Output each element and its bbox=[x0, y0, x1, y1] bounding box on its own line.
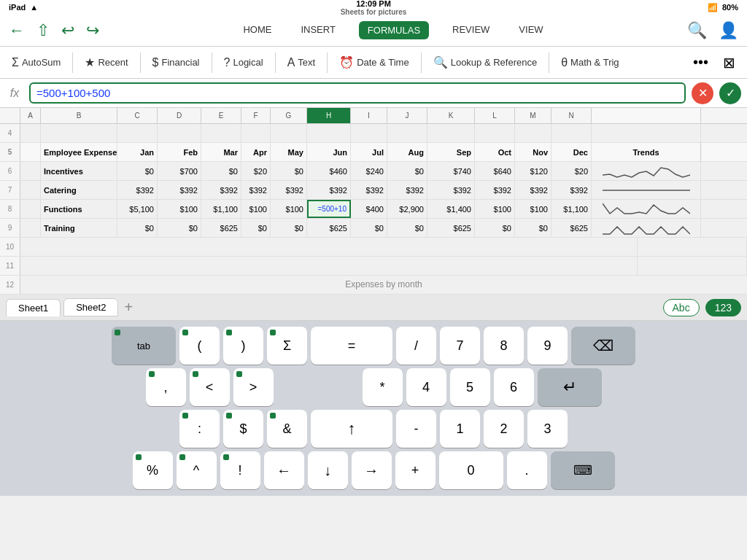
return-key[interactable]: ↵ bbox=[538, 368, 602, 406]
cell-n7[interactable]: $392 bbox=[551, 181, 592, 199]
cell-e9[interactable]: $625 bbox=[201, 219, 241, 237]
cell-a5[interactable] bbox=[20, 143, 41, 161]
cell-i8[interactable]: $400 bbox=[351, 200, 387, 218]
minus-key[interactable]: - bbox=[396, 410, 436, 448]
col-l[interactable]: L bbox=[475, 108, 515, 123]
tab-home[interactable]: HOME bbox=[237, 21, 277, 39]
cell-m7[interactable]: $392 bbox=[515, 181, 551, 199]
cell-n4[interactable] bbox=[551, 124, 592, 142]
cell-j5[interactable]: Aug bbox=[387, 143, 427, 161]
tab-view[interactable]: VIEW bbox=[513, 21, 549, 39]
numeric-mode-button[interactable]: 123 bbox=[705, 299, 741, 316]
three-key[interactable]: 3 bbox=[527, 410, 568, 448]
math-trig-button[interactable]: θ Math & Trig bbox=[555, 53, 624, 72]
back-icon[interactable]: ← bbox=[9, 21, 25, 40]
redo-icon[interactable]: ↪ bbox=[86, 21, 99, 40]
tab-review[interactable]: REVIEW bbox=[446, 21, 495, 39]
cell-b7[interactable]: Catering bbox=[41, 181, 117, 199]
less-than-key[interactable]: < bbox=[190, 368, 230, 406]
col-g[interactable]: G bbox=[271, 108, 307, 123]
undo-icon[interactable]: ↩ bbox=[61, 21, 74, 40]
cell-f9[interactable]: $0 bbox=[241, 219, 271, 237]
cell-i7[interactable]: $392 bbox=[351, 181, 387, 199]
cell-l9[interactable]: $0 bbox=[475, 219, 515, 237]
cell-c4[interactable] bbox=[117, 124, 158, 142]
financial-button[interactable]: $ Financial bbox=[147, 53, 206, 72]
cell-c7[interactable]: $392 bbox=[117, 181, 158, 199]
sigma-key[interactable]: Σ bbox=[267, 327, 307, 365]
autosum-button[interactable]: Σ AutoSum bbox=[6, 53, 66, 72]
close-paren-key[interactable]: ) bbox=[223, 327, 263, 365]
cell-f8[interactable]: $100 bbox=[241, 200, 271, 218]
table-icon[interactable]: ⊠ bbox=[717, 51, 741, 74]
cell-trends4[interactable] bbox=[592, 124, 701, 142]
comma-key[interactable]: , bbox=[146, 368, 186, 406]
one-key[interactable]: 1 bbox=[440, 410, 480, 448]
recent-button[interactable]: ★ Recent bbox=[79, 52, 133, 72]
cell-m6[interactable]: $120 bbox=[515, 162, 551, 180]
cell-n8[interactable]: $1,100 bbox=[551, 200, 592, 218]
asterisk-key[interactable]: * bbox=[363, 368, 403, 406]
cell-a6[interactable] bbox=[20, 162, 41, 180]
col-b[interactable]: B bbox=[41, 108, 117, 123]
cell-d9[interactable]: $0 bbox=[158, 219, 201, 237]
cell-g8[interactable]: $100 bbox=[271, 200, 307, 218]
six-key[interactable]: 6 bbox=[494, 368, 534, 406]
cell-c9[interactable]: $0 bbox=[117, 219, 158, 237]
formula-cancel-button[interactable]: ✕ bbox=[692, 82, 713, 104]
cell-a7[interactable] bbox=[20, 181, 41, 199]
abc-mode-button[interactable]: Abc bbox=[663, 299, 700, 316]
percent-key[interactable]: % bbox=[133, 451, 173, 489]
cell-k5[interactable]: Sep bbox=[427, 143, 475, 161]
cell-c6[interactable]: $0 bbox=[117, 162, 158, 180]
search-icon[interactable]: 🔍 bbox=[687, 21, 707, 40]
zero-key[interactable]: 0 bbox=[439, 451, 503, 489]
equals-key[interactable]: = bbox=[311, 327, 392, 365]
cell-b9[interactable]: Training bbox=[41, 219, 117, 237]
col-o[interactable] bbox=[592, 108, 701, 123]
formula-confirm-button[interactable]: ✓ bbox=[719, 82, 741, 104]
col-m[interactable]: M bbox=[515, 108, 551, 123]
cell-j8[interactable]: $2,900 bbox=[387, 200, 427, 218]
cell-m8[interactable]: $100 bbox=[515, 200, 551, 218]
sheet-tab-sheet1[interactable]: Sheet1 bbox=[6, 299, 61, 316]
cell-d5[interactable]: Feb bbox=[158, 143, 201, 161]
cell-g5[interactable]: May bbox=[271, 143, 307, 161]
cell-f7[interactable]: $392 bbox=[241, 181, 271, 199]
col-d[interactable]: D bbox=[158, 108, 201, 123]
cell-m4[interactable] bbox=[515, 124, 551, 142]
cell-a8[interactable] bbox=[20, 200, 41, 218]
tab-formulas[interactable]: FORMULAS bbox=[359, 21, 429, 39]
col-a[interactable]: A bbox=[20, 108, 41, 123]
exclaim-key[interactable]: ! bbox=[220, 451, 260, 489]
cell-h4[interactable] bbox=[307, 124, 351, 142]
slash-key[interactable]: / bbox=[396, 327, 436, 365]
greater-than-key[interactable]: > bbox=[233, 368, 274, 406]
cell-a9[interactable] bbox=[20, 219, 41, 237]
cell-c5[interactable]: Jan bbox=[117, 143, 158, 161]
plus-key[interactable]: + bbox=[395, 451, 436, 489]
cell-c8[interactable]: $5,100 bbox=[117, 200, 158, 218]
cell-f6[interactable]: $20 bbox=[241, 162, 271, 180]
cell-k4[interactable] bbox=[427, 124, 475, 142]
cell-d4[interactable] bbox=[158, 124, 201, 142]
colon-key[interactable]: : bbox=[179, 410, 220, 448]
cell-k9[interactable]: $625 bbox=[427, 219, 475, 237]
col-n[interactable]: N bbox=[551, 108, 592, 123]
account-icon[interactable]: 👤 bbox=[719, 21, 738, 40]
col-e[interactable]: E bbox=[201, 108, 241, 123]
cell-e5[interactable]: Mar bbox=[201, 143, 241, 161]
cell-f4[interactable] bbox=[241, 124, 271, 142]
left-arrow-key[interactable]: ← bbox=[264, 451, 304, 489]
cell-m5[interactable]: Nov bbox=[515, 143, 551, 161]
cell-n6[interactable]: $20 bbox=[551, 162, 592, 180]
cell-h6[interactable]: $460 bbox=[307, 162, 351, 180]
cell-n9[interactable]: $625 bbox=[551, 219, 592, 237]
col-i[interactable]: I bbox=[351, 108, 387, 123]
cell-j6[interactable]: $0 bbox=[387, 162, 427, 180]
cell-a4[interactable] bbox=[20, 124, 41, 142]
cell-i5[interactable]: Jul bbox=[351, 143, 387, 161]
cell-k8[interactable]: $1,400 bbox=[427, 200, 475, 218]
backspace-key[interactable]: ⌫ bbox=[571, 327, 635, 365]
col-j[interactable]: J bbox=[387, 108, 427, 123]
